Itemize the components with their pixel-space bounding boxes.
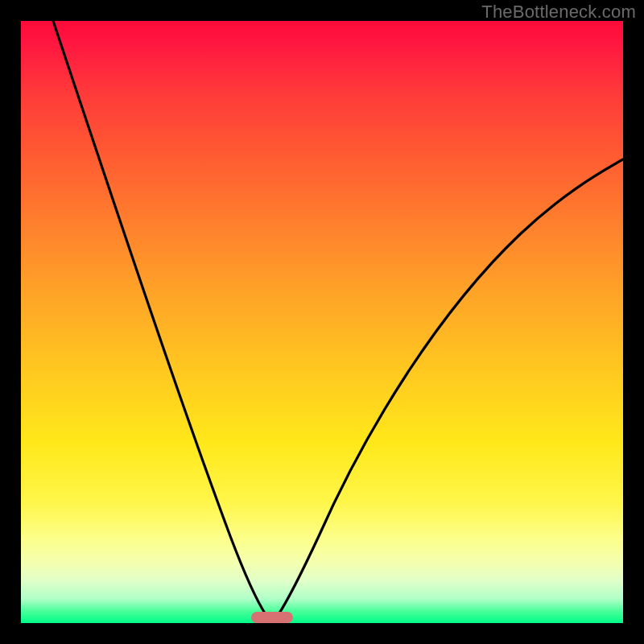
watermark-text: TheBottleneck.com (481, 2, 636, 23)
curve-left (53, 21, 272, 623)
plot-area (21, 21, 623, 623)
curve-right (272, 159, 623, 623)
bottleneck-curves (21, 21, 623, 623)
chart-frame: TheBottleneck.com (0, 0, 644, 644)
optimum-marker (251, 612, 293, 623)
